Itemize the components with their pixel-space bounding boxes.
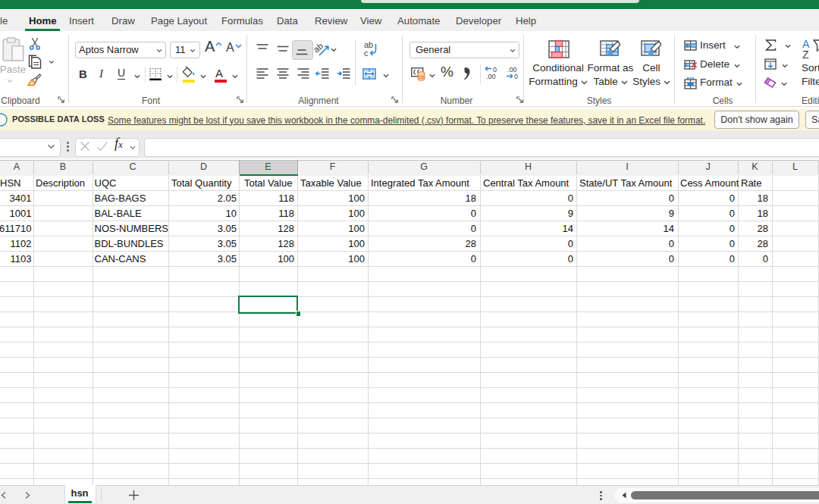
svg-text:.00: .00 (486, 73, 496, 80)
svg-text:0: 0 (514, 73, 518, 80)
svg-text:c: c (364, 49, 369, 58)
svg-text:ab: ab (314, 42, 325, 55)
